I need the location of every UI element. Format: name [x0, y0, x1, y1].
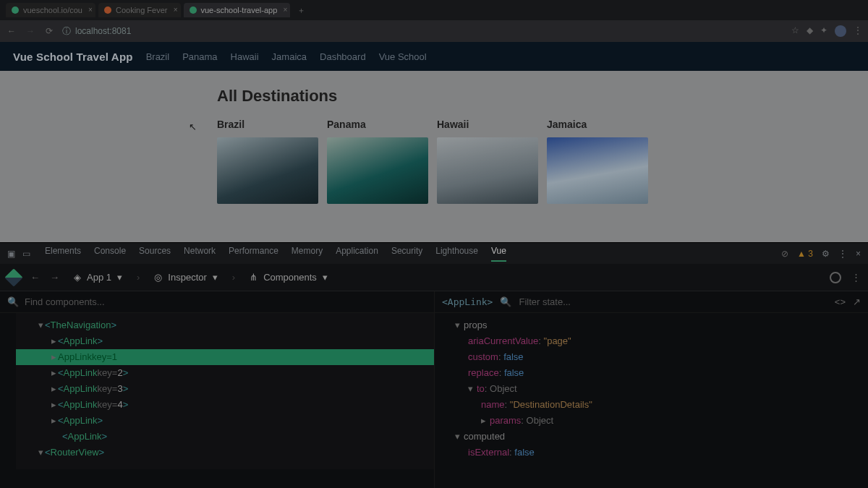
tree-node-applink[interactable]: ▸ <AppLink> [16, 333, 434, 349]
tab-label: vueschool.io/cou [23, 6, 82, 14]
star-icon[interactable]: ☆ [791, 25, 799, 37]
tab-label: Cooking Fever [116, 6, 168, 14]
tree-icon: ⋔ [250, 272, 258, 283]
devtools-tab-sources[interactable]: Sources [139, 246, 171, 262]
component-state-pane: <AppLink> 🔍 <> ↗ ▾props ariaCurrentValue… [434, 291, 868, 488]
menu-icon[interactable]: ⋮ [838, 249, 847, 259]
tree-node-thenavigation[interactable]: ▾ <TheNavigation> [16, 317, 434, 333]
devtools-tab-network[interactable]: Network [184, 246, 216, 262]
devtools-warn-badge[interactable]: ▲ 3 [797, 249, 813, 259]
vue-devtools-toolbar: ← → ◈ App 1 ▾ › ◎ Inspector ▾ › ⋔ Compon… [0, 264, 868, 291]
search-icon: 🔍 [500, 296, 511, 307]
chevron-down-icon: ▾ [213, 272, 218, 283]
component-search-input[interactable] [25, 296, 427, 307]
browser-tab-strip: vueschool.io/cou × Cooking Fever × vue-s… [0, 0, 868, 20]
close-icon[interactable]: × [856, 249, 861, 259]
destination-card[interactable]: Panama [327, 119, 428, 204]
destination-title: Panama [327, 119, 428, 130]
tree-node-applink[interactable]: <AppLink> [16, 429, 434, 445]
browser-toolbar: ← → ⟳ ⓘ localhost:8081 ☆ ◆ ✦ ⋮ [0, 20, 868, 42]
nav-link-vueschool[interactable]: Vue School [379, 51, 427, 62]
vd-forward-button[interactable]: → [50, 272, 59, 283]
devtools-tab-lighthouse[interactable]: Lighthouse [435, 246, 478, 262]
destination-title: Brazil [217, 119, 318, 130]
devtools-tab-elements[interactable]: Elements [45, 246, 81, 262]
destination-card[interactable]: Jamaica [547, 119, 648, 204]
component-tree: ▾ <TheNavigation> ▸ <AppLink> ▸ AppLink … [16, 313, 434, 465]
browser-tab[interactable]: vue-school-travel-app × [184, 3, 291, 17]
destination-title: Hawaii [437, 119, 538, 130]
device-icon[interactable]: ▭ [22, 249, 30, 259]
devtools-tab-application[interactable]: Application [336, 246, 378, 262]
devtools-tab-performance[interactable]: Performance [229, 246, 278, 262]
forward-button[interactable]: → [25, 26, 36, 36]
devtools-tabbar: ▣ ▭ Elements Console Sources Network Per… [0, 242, 868, 264]
app-brand[interactable]: Vue School Travel App [13, 51, 133, 63]
target-icon[interactable] [830, 272, 841, 283]
vd-inspector-selector[interactable]: ◎ Inspector ▾ [150, 272, 221, 283]
nav-link-dashboard[interactable]: Dashboard [320, 51, 366, 62]
avatar[interactable] [835, 25, 846, 37]
destination-title: Jamaica [547, 119, 648, 130]
close-icon[interactable]: × [283, 6, 287, 14]
destination-card[interactable]: Hawaii [437, 119, 538, 204]
destination-thumb [327, 137, 428, 204]
inspect-icon[interactable]: ▣ [7, 249, 15, 259]
devtools-tab-memory[interactable]: Memory [292, 246, 323, 262]
devtools-tab-security[interactable]: Security [391, 246, 422, 262]
menu-icon[interactable]: ⋮ [854, 25, 862, 37]
state-body: ▾props ariaCurrentValue: "page" custom: … [435, 313, 868, 465]
puzzle-icon[interactable]: ✦ [820, 25, 827, 37]
destination-thumb [217, 137, 318, 204]
state-filter-input[interactable] [519, 296, 827, 307]
vd-app-selector[interactable]: ◈ App 1 ▾ [69, 272, 127, 283]
devtools-tab-vue[interactable]: Vue [491, 246, 506, 262]
search-icon: 🔍 [7, 296, 19, 307]
destination-thumb [547, 137, 648, 204]
new-tab-button[interactable]: ＋ [293, 5, 310, 16]
tree-node-applink[interactable]: ▸ <AppLink> [16, 413, 434, 429]
component-tree-pane: 🔍 ▾ <TheNavigation> ▸ <AppLink> ▸ AppLin… [0, 291, 434, 488]
destinations-grid: Brazil Panama Hawaii Jamaica [217, 119, 651, 204]
app-header: Vue School Travel App Brazil Panama Hawa… [0, 42, 868, 71]
browser-tab[interactable]: Cooking Fever × [98, 3, 181, 17]
destination-card[interactable]: Brazil [217, 119, 318, 204]
browser-tab[interactable]: vueschool.io/cou × [6, 3, 95, 17]
layers-icon: ◈ [74, 272, 81, 283]
nav-link-panama[interactable]: Panama [182, 51, 217, 62]
devtools-tab-console[interactable]: Console [94, 246, 126, 262]
code-icon[interactable]: <> [835, 296, 846, 307]
destination-thumb [437, 137, 538, 204]
component-search[interactable]: 🔍 [0, 291, 434, 313]
nav-link-brazil[interactable]: Brazil [146, 51, 170, 62]
nav-link-jamaica[interactable]: Jamaica [272, 51, 307, 62]
address-bar[interactable]: ⓘ localhost:8081 [62, 25, 131, 38]
tree-node-applink-selected[interactable]: ▸ AppLink key=1 [16, 349, 434, 365]
favicon-icon [104, 7, 111, 14]
nav-link-hawaii[interactable]: Hawaii [231, 51, 259, 62]
tree-node-applink[interactable]: ▸ <AppLink key=2> [16, 365, 434, 381]
cursor-icon: ↖ [189, 121, 197, 132]
tree-node-applink[interactable]: ▸ <AppLink key=3> [16, 381, 434, 397]
vd-components-selector[interactable]: ⋔ Components ▾ [245, 272, 332, 283]
gear-icon[interactable]: ⚙ [822, 249, 830, 259]
close-icon[interactable]: × [174, 6, 178, 14]
vd-back-button[interactable]: ← [30, 272, 40, 283]
tree-node-routerview[interactable]: ▾ <RouterView> [16, 445, 434, 461]
back-button[interactable]: ← [6, 26, 17, 36]
tree-node-applink[interactable]: ▸ <AppLink key=4> [16, 397, 434, 413]
open-icon[interactable]: ↗ [853, 296, 861, 307]
info-icon: ⓘ [62, 25, 71, 38]
menu-icon[interactable]: ⋮ [851, 272, 861, 283]
vue-devtools-panes: 🔍 ▾ <TheNavigation> ▸ <AppLink> ▸ AppLin… [0, 291, 868, 488]
chevron-right-icon: › [137, 272, 140, 283]
extension-icon[interactable]: ◆ [807, 25, 813, 37]
reload-button[interactable]: ⟳ [43, 26, 55, 36]
page-title: All Destinations [217, 87, 651, 106]
devtools-error-icon[interactable]: ⊘ [781, 249, 788, 259]
close-icon[interactable]: × [88, 6, 93, 14]
favicon-icon [12, 7, 19, 14]
vue-logo-icon [4, 268, 22, 286]
page-body: ↖ All Destinations Brazil Panama Hawaii … [0, 71, 868, 242]
url-text: localhost:8081 [75, 26, 131, 36]
